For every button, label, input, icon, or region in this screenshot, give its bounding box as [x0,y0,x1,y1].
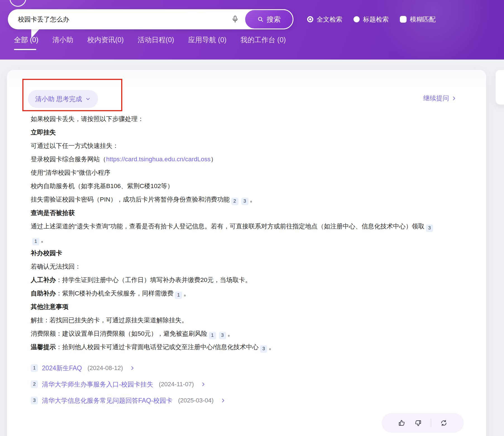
reference-title[interactable]: 2024新生FAQ [42,364,82,373]
answer-paragraph: 若确认无法找回： [31,260,438,273]
answer-text: 若确认无法找回： [31,263,81,270]
reference-date: (2024-11-07) [159,381,194,388]
answer-paragraph: 补办校园卡 [31,247,438,260]
search-option-title[interactable]: 标题检索 [353,15,389,24]
university-logo[interactable] [9,0,26,7]
reference-date: (2025-03-04) [178,397,214,404]
result-tabs: 全部 (0)清小助校内资讯(0)活动日程(0)应用导航 (0)我的工作台 (0) [14,35,286,53]
answer-paragraph: 查询是否被拾获 [31,206,438,220]
page-header: 搜索 全文检索标题检索模糊匹配 全部 (0)清小助校内资讯(0)活动日程(0)应… [0,0,504,60]
radio-icon[interactable] [307,16,313,22]
answer-text: 挂失需验证校园卡密码（PIN），成功后卡片将暂停身份查验和消费功能 [31,196,230,203]
citation-badge[interactable]: 3 [260,345,267,353]
answer-paragraph: 其他注意事项 [31,300,438,314]
search-option-label: 模糊匹配 [410,15,436,24]
inline-link[interactable]: https://card.tsinghua.edu.cn/cardLoss [106,156,211,163]
chevron-right-icon [451,96,457,101]
answer-text: 如果校园卡丢失，请按照以下步骤处理： [31,115,144,122]
citation-badge[interactable]: 1 [32,238,39,245]
answer-paragraph: 自助补办：紫荆C楼补办机全天候服务，同样需缴费1。 [31,287,438,300]
answer-paragraph: 可通过以下任一方式快速挂失： [31,139,438,153]
refresh-icon[interactable] [440,419,448,427]
answer-text: 解挂：若找回已挂失的卡，可通过原挂失渠道解除挂失。 [31,317,188,324]
tab-app-nav[interactable]: 应用导航 (0) [188,35,227,53]
search-option-fulltext[interactable]: 全文检索 [307,15,342,24]
answer-heading: 自助补办 [31,290,56,297]
search-button-label: 搜索 [267,15,281,24]
answer-paragraph: 登录校园卡综合服务网站（https://card.tsinghua.edu.cn… [31,153,438,166]
answer-heading: 立即挂失 [31,129,56,136]
chevron-right-icon[interactable] [220,398,226,403]
answer-body: 如果校园卡丢失，请按照以下步骤处理：立即挂失可通过以下任一方式快速挂失：登录校园… [31,112,438,409]
answer-heading: 其他注意事项 [31,303,68,310]
reference-number-badge: 2 [31,380,38,388]
references: 12024新生FAQ(2024-08-12)2清华大学师生办事服务入口-校园卡挂… [31,360,438,409]
reference-title[interactable]: 清华大学师生办事服务入口-校园卡挂失 [42,380,153,389]
answer-paragraph: 通过上述渠道的“遗失卡查询”功能，查看是否有拾卡人登记信息。若有，可直接联系对方… [31,220,438,247]
answer-text: ：紫荆C楼补办机全天候服务，同样需缴费 [56,290,173,297]
chevron-right-icon[interactable] [200,382,206,387]
answer-text: ：拾到他人校园卡可通过卡背面电话登记或交至注册中心/信息化技术中心 [56,343,259,350]
citation-badge[interactable]: 3 [426,224,433,232]
answer-card: 清小助 思考完成 继续提问 如果校园卡丢失，请按照以下步骤处理：立即挂失可通过以… [7,70,486,436]
answer-paragraph: 使用“清华校园卡”微信小程序 [31,166,438,179]
side-panel-edge [496,70,504,105]
thumbs-up-icon[interactable] [398,419,405,427]
reference-title[interactable]: 清华大学信息化服务常见问题回答FAQ-校园卡 [42,396,173,405]
assistant-status-label: 清小助 思考完成 [35,95,82,103]
search-bar: 搜索 [8,9,293,29]
tab-qingxiaozhu[interactable]: 清小助 [52,35,73,53]
answer-text: 校内自助服务机（如李兆基B106、紫荆C楼102等） [31,183,173,189]
answer-paragraph: 消费限额：建议设置单日消费限额（如50元），避免被盗刷风险13。 [31,327,438,340]
tab-all[interactable]: 全部 (0) [14,35,39,53]
assistant-status-pill[interactable]: 清小助 思考完成 [28,90,98,108]
tab-campus-news[interactable]: 校内资讯(0) [87,35,124,53]
answer-paragraph: 解挂：若找回已挂失的卡，可通过原挂失渠道解除挂失。 [31,314,438,327]
mic-icon[interactable] [231,15,239,23]
search-button[interactable]: 搜索 [244,9,293,29]
reference-number-badge: 1 [31,364,38,372]
tab-workspace[interactable]: 我的工作台 (0) [240,35,286,53]
answer-paragraph: 温馨提示：拾到他人校园卡可通过卡背面电话登记或交至注册中心/信息化技术中心3。 [31,340,438,354]
chevron-down-icon [85,96,91,102]
answer-text: 。 [183,290,190,297]
citation-badge[interactable]: 2 [231,198,238,205]
actions-divider [431,419,431,427]
citation-badge[interactable]: 3 [219,332,226,339]
reference-item[interactable]: 2清华大学师生办事服务入口-校园卡挂失(2024-11-07) [31,376,438,392]
answer-text: 。 [228,330,234,337]
citation-badge[interactable]: 3 [241,198,249,205]
continue-question-link[interactable]: 继续提问 [423,94,457,103]
answer-text: 通过上述渠道的“遗失卡查询”功能，查看是否有拾卡人登记信息。若有，可直接联系对方… [31,223,424,230]
citation-badge[interactable]: 1 [209,332,216,339]
checkbox-icon[interactable] [400,16,407,23]
answer-heading: 补办校园卡 [31,250,62,257]
search-input[interactable] [8,16,231,23]
answer-heading: 查询是否被拾获 [31,209,75,216]
radio-icon[interactable] [353,16,360,22]
answer-heading: 人工补办 [31,276,56,283]
search-option-fuzzy[interactable]: 模糊匹配 [400,15,436,24]
answer-text: ：持学生证到注册中心（工作日）填写补办表并缴费20元，当场取卡。 [56,276,251,283]
answer-paragraph: 人工补办：持学生证到注册中心（工作日）填写补办表并缴费20元，当场取卡。 [31,273,438,287]
reference-item[interactable]: 3清华大学信息化服务常见问题回答FAQ-校园卡(2025-03-04) [31,392,438,409]
reference-item[interactable]: 12024新生FAQ(2024-08-12) [31,360,438,376]
answer-text: 。 [269,343,275,350]
answer-paragraph: 挂失需验证校园卡密码（PIN），成功后卡片将暂停身份查验和消费功能23。 [31,193,438,206]
tab-events[interactable]: 活动日程(0) [138,35,174,53]
continue-question-label: 继续提问 [423,94,449,103]
answer-text: 消费限额：建议设置单日消费限额（如50元），避免被盗刷风险 [31,330,207,337]
answer-paragraph: 校内自助服务机（如李兆基B106、紫荆C楼102等） [31,179,438,193]
answer-text: 登录校园卡综合服务网站（ [31,156,106,163]
search-icon [257,16,264,23]
search-option-label: 全文检索 [317,15,342,24]
chevron-right-icon[interactable] [130,365,135,371]
answer-text: 使用“清华校园卡”微信小程序 [31,169,110,176]
answer-text: 可通过以下任一方式快速挂失： [31,142,119,149]
thumbs-down-icon[interactable] [414,419,422,427]
answer-paragraph: 立即挂失 [31,126,438,139]
reference-date: (2024-08-12) [87,364,123,372]
citation-badge[interactable]: 1 [175,292,182,299]
answer-text: ） [211,156,217,163]
answer-heading: 温馨提示 [31,343,56,350]
